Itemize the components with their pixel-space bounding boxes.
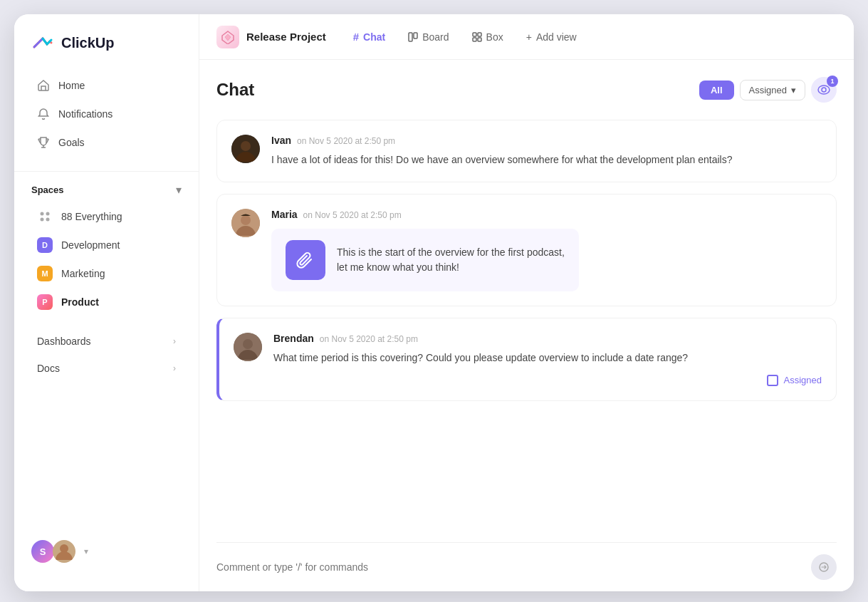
author-ivan: Ivan [271,135,291,146]
logo-area: ClickUp [14,31,199,71]
sidebar-item-home[interactable]: Home [20,72,193,99]
svg-point-1 [46,212,50,216]
filter-area: All Assigned ▾ 1 [699,77,837,103]
message-header-maria: Maria on Nov 5 2020 at 2:50 pm [271,209,822,220]
sidebar-item-marketing-label: Marketing [61,268,105,279]
assigned-label: Assigned [784,375,822,385]
sidebar-item-development[interactable]: D Development [20,232,193,259]
svg-point-3 [46,218,50,222]
box-icon [472,32,482,42]
sidebar-item-docs[interactable]: Docs › [20,356,193,381]
svg-rect-10 [473,38,476,41]
sidebar-item-everything-label: 88 Everything [61,211,122,222]
sidebar-item-dashboards-label: Dashboards [37,336,91,347]
project-title: Release Project [246,31,326,43]
chevron-right-icon-2: › [173,363,176,373]
tab-box[interactable]: Box [462,26,513,48]
user-dropdown-icon[interactable]: ▾ [84,546,88,556]
message-ivan: Ivan on Nov 5 2020 at 2:50 pm I have a l… [216,120,837,182]
sidebar-item-home-label: Home [58,80,85,91]
message-header-brendan: Brendan on Nov 5 2020 at 2:50 pm [273,333,822,344]
message-content-maria: Maria on Nov 5 2020 at 2:50 pm This is t… [271,209,822,291]
watch-count-badge: 1 [827,76,838,87]
message-content-ivan: Ivan on Nov 5 2020 at 2:50 pm I have a l… [271,135,822,167]
text-ivan: I have a lot of ideas for this! Do we ha… [271,152,822,167]
user-avatar-2 [53,540,75,563]
svg-point-17 [241,215,251,225]
tab-board[interactable]: Board [398,26,459,48]
main-content: Release Project # Chat Board [199,14,854,591]
sidebar: ClickUp Home Notifications Goals [14,14,199,591]
comment-input-area [216,542,837,591]
time-ivan: on Nov 5 2020 at 2:50 pm [297,136,395,146]
sidebar-item-product[interactable]: P Product [20,289,193,316]
user-avatar-s: S [31,540,54,563]
assigned-checkbox[interactable] [767,375,778,386]
time-maria: on Nov 5 2020 at 2:50 pm [303,210,402,220]
eye-icon [817,85,830,95]
chat-header: Chat All Assigned ▾ 1 [216,77,837,103]
sidebar-item-marketing[interactable]: M Marketing [20,260,193,287]
sidebar-item-development-label: Development [61,239,120,251]
chevron-down-icon-filter: ▾ [791,85,796,95]
chevron-down-icon: ▾ [176,183,182,197]
board-icon [408,32,418,42]
sidebar-item-everything[interactable]: 88 Everything [20,203,193,230]
time-brendan: on Nov 5 2020 at 2:50 pm [320,334,418,344]
sidebar-item-notifications-label: Notifications [58,108,113,120]
avatar-maria [231,209,260,237]
messages-container: Ivan on Nov 5 2020 at 2:50 pm I have a l… [216,120,837,536]
svg-point-2 [41,218,44,222]
filter-assigned-dropdown[interactable]: Assigned ▾ [740,80,805,100]
product-badge: P [37,294,53,310]
development-badge: D [37,237,53,253]
user-area: S ▾ [14,529,199,574]
filter-all-button[interactable]: All [699,81,734,100]
trophy-icon [37,136,50,149]
send-button[interactable] [811,554,837,580]
svg-rect-8 [473,33,476,36]
view-tabs: # Chat Board [343,25,837,48]
message-header-ivan: Ivan on Nov 5 2020 at 2:50 pm [271,135,822,146]
assigned-area: Assigned [273,375,822,386]
app-name: ClickUp [61,35,114,51]
svg-rect-9 [478,33,481,36]
sidebar-item-goals-label: Goals [58,137,85,148]
project-icon [216,26,239,48]
message-icon [818,561,830,573]
hash-icon: # [353,31,359,43]
avatar-ivan [231,135,260,163]
spaces-header[interactable]: Spaces ▾ [14,177,199,202]
comment-input[interactable] [216,561,802,573]
sidebar-item-notifications[interactable]: Notifications [20,100,193,128]
svg-point-12 [818,85,830,94]
chevron-right-icon: › [173,336,176,346]
tab-chat[interactable]: # Chat [343,25,395,48]
marketing-badge: M [37,266,53,281]
sidebar-item-goals[interactable]: Goals [20,129,193,156]
project-info: Release Project [216,26,326,48]
svg-point-13 [822,88,826,92]
attachment-icon [286,240,325,280]
paperclip-icon [296,250,315,270]
svg-rect-6 [409,33,412,41]
avatar-brendan [234,333,262,361]
message-brendan: Brendan on Nov 5 2020 at 2:50 pm What ti… [216,318,837,400]
svg-point-0 [41,212,44,216]
bell-icon [37,108,50,120]
author-maria: Maria [271,209,298,220]
chat-title: Chat [216,80,254,100]
sidebar-item-dashboards[interactable]: Dashboards › [20,328,193,354]
spaces-title: Spaces [31,185,64,195]
sidebar-item-product-label: Product [61,296,99,308]
chat-container: Chat All Assigned ▾ 1 [199,60,854,591]
svg-point-19 [243,339,253,349]
svg-rect-11 [478,38,481,41]
add-view-button[interactable]: + Add view [516,26,587,48]
text-brendan: What time period is this covering? Could… [273,350,822,365]
svg-rect-7 [414,33,417,38]
message-maria: Maria on Nov 5 2020 at 2:50 pm This is t… [216,194,837,306]
watch-button[interactable]: 1 [811,77,837,103]
svg-point-15 [241,141,251,151]
attachment-preview[interactable]: This is the start of the overview for th… [271,229,579,291]
